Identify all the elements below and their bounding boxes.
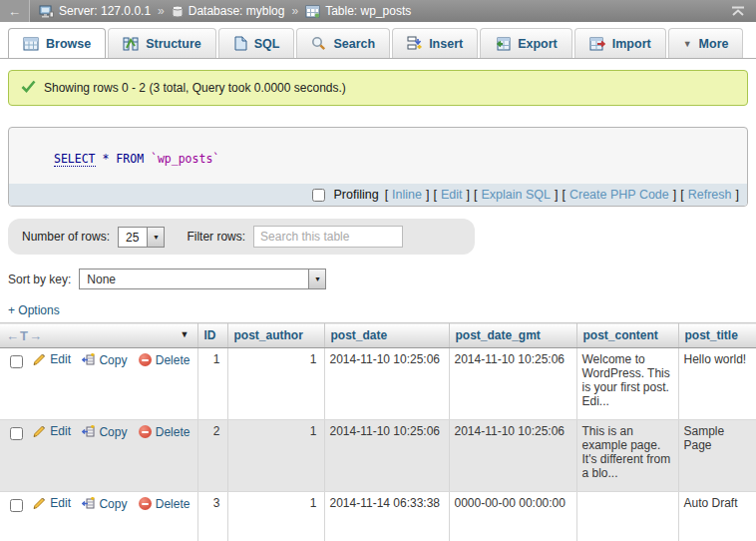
delete-icon — [139, 497, 152, 510]
cell-post-title: Sample Page — [678, 420, 756, 492]
tab-import[interactable]: Import — [574, 28, 666, 58]
sort-row: Sort by key: None ▼ — [8, 269, 756, 289]
breadcrumb: Server: 127.0.0.1 » Database: myblog » T… — [30, 4, 730, 18]
results-table: ←T→ ▼ ID post_author post_date post_date… — [0, 322, 756, 541]
pencil-icon — [32, 496, 46, 510]
sql-document-icon — [233, 36, 247, 51]
search-icon — [311, 36, 326, 51]
table-row: Edit Copy Delete 1 1 2014-11-10 10:25:06… — [0, 348, 756, 420]
cell-post-date-gmt: 0000-00-00 00:00:00 — [449, 492, 576, 541]
table-row: Edit Copy Delete 2 1 2014-11-10 10:25:06… — [0, 420, 756, 492]
tab-label: Import — [612, 37, 651, 51]
copy-row-link[interactable]: Copy — [82, 353, 127, 367]
cell-post-author: 1 — [227, 492, 324, 541]
cell-id: 2 — [197, 420, 227, 492]
table-row: Edit Copy Delete 3 1 2014-11-14 06:33:38… — [0, 492, 756, 541]
sort-descending-icon[interactable]: ▼ — [181, 329, 189, 339]
row-select-checkbox[interactable] — [10, 427, 23, 440]
cell-post-date: 2014-11-10 10:25:06 — [324, 348, 449, 420]
tab-search[interactable]: Search — [296, 28, 390, 58]
sql-table-identifier: `wp_posts` — [151, 152, 219, 166]
cell-post-title: Hello world! — [678, 348, 756, 420]
delete-icon — [139, 353, 152, 366]
delete-row-link[interactable]: Delete — [139, 353, 190, 367]
sql-query-text: SELECT * FROM `wp_posts` — [9, 128, 747, 184]
back-button[interactable]: ← — [0, 0, 30, 22]
tab-strip: Browse Structure SQL Search Insert Expor… — [0, 22, 756, 59]
tab-label: Search — [333, 37, 375, 51]
edit-row-link[interactable]: Edit — [32, 424, 71, 438]
inline-link[interactable]: Inline — [392, 188, 422, 202]
options-toggle-link[interactable]: + Options — [8, 303, 60, 317]
query-toolbar: Profiling [ Inline ] [ Edit ] [ Explain … — [9, 184, 747, 206]
cell-post-date: 2014-11-10 10:25:06 — [324, 420, 449, 492]
dropdown-arrow-icon: ▼ — [308, 270, 325, 288]
delete-row-link[interactable]: Delete — [139, 425, 190, 439]
tab-structure[interactable]: Structure — [108, 28, 216, 58]
edit-row-link[interactable]: Edit — [32, 496, 71, 510]
column-header-post-date[interactable]: post_date — [324, 323, 449, 348]
copy-icon — [82, 497, 95, 510]
column-order-toggle[interactable]: ←T→ — [6, 328, 43, 343]
column-header-post-content[interactable]: post_content — [576, 323, 678, 348]
column-header-post-title[interactable]: post_title — [678, 323, 756, 348]
pencil-icon — [32, 352, 46, 366]
pencil-icon — [32, 424, 46, 438]
tab-label: Insert — [429, 37, 463, 51]
table-icon — [305, 5, 320, 18]
profiling-label[interactable]: Profiling — [333, 188, 378, 202]
tab-sql[interactable]: SQL — [218, 28, 295, 58]
server-icon — [39, 5, 54, 18]
tab-label: Structure — [146, 37, 201, 51]
delete-row-link[interactable]: Delete — [139, 497, 190, 511]
breadcrumb-separator: » — [291, 4, 298, 18]
insert-row-icon — [407, 36, 422, 51]
tab-label: More — [699, 37, 729, 51]
breadcrumb-server[interactable]: Server: 127.0.0.1 — [59, 4, 151, 18]
cell-post-content: Welcome to WordPress. This is your first… — [576, 348, 678, 420]
dropdown-arrow-icon: ▼ — [147, 228, 164, 247]
sql-keyword-select[interactable]: SELECT — [54, 152, 96, 167]
tab-browse[interactable]: Browse — [8, 28, 106, 58]
sort-by-key-label: Sort by key: — [8, 272, 71, 286]
cell-post-author: 1 — [227, 420, 324, 492]
tab-label: SQL — [254, 37, 280, 51]
explain-sql-link[interactable]: Explain SQL — [481, 188, 550, 202]
rows-per-page-select[interactable]: 25 ▼ — [118, 227, 165, 248]
refresh-link[interactable]: Refresh — [688, 188, 732, 202]
column-header-post-author[interactable]: post_author — [227, 323, 324, 348]
tab-export[interactable]: Export — [480, 28, 572, 58]
cell-post-date-gmt: 2014-11-10 10:25:06 — [449, 348, 576, 420]
tab-insert[interactable]: Insert — [392, 28, 478, 58]
tab-label: Browse — [46, 37, 91, 51]
breadcrumb-table[interactable]: Table: wp_posts — [325, 4, 411, 18]
create-php-code-link[interactable]: Create PHP Code — [569, 188, 669, 202]
copy-row-link[interactable]: Copy — [82, 425, 127, 439]
cell-post-title: Auto Draft — [678, 492, 756, 541]
copy-row-link[interactable]: Copy — [82, 497, 127, 511]
edit-query-link[interactable]: Edit — [441, 188, 463, 202]
breadcrumb-bar: ← Server: 127.0.0.1 » Database: myblog »… — [0, 0, 756, 22]
success-message: Showing rows 0 - 2 (3 total, Query took … — [8, 70, 748, 106]
breadcrumb-database[interactable]: Database: myblog — [189, 4, 285, 18]
tab-more[interactable]: ▼ More — [668, 28, 744, 58]
sort-key-select[interactable]: None ▼ — [79, 269, 326, 289]
breadcrumb-separator: » — [158, 4, 165, 18]
collapse-panel-icon[interactable] — [730, 6, 746, 17]
edit-row-link[interactable]: Edit — [32, 352, 71, 366]
cell-id: 1 — [197, 348, 227, 420]
column-header-id[interactable]: ID — [197, 323, 227, 348]
profiling-checkbox[interactable] — [312, 189, 325, 202]
row-controls-bar: Number of rows: 25 ▼ Filter rows: — [8, 219, 475, 255]
sql-keyword-from: FROM — [116, 152, 144, 166]
cell-post-content: This is an example page. It's different … — [576, 420, 678, 492]
row-select-checkbox[interactable] — [10, 499, 23, 512]
tab-label: Export — [518, 37, 558, 51]
column-header-post-date-gmt[interactable]: post_date_gmt — [449, 323, 576, 348]
sql-query-box: SELECT * FROM `wp_posts` Profiling [ Inl… — [8, 127, 748, 207]
chevron-down-icon: ▼ — [683, 39, 692, 49]
filter-rows-label: Filter rows: — [187, 230, 245, 244]
cell-post-date: 2014-11-14 06:33:38 — [324, 492, 449, 541]
table-filter-input[interactable] — [253, 226, 403, 248]
row-select-checkbox[interactable] — [10, 355, 23, 368]
